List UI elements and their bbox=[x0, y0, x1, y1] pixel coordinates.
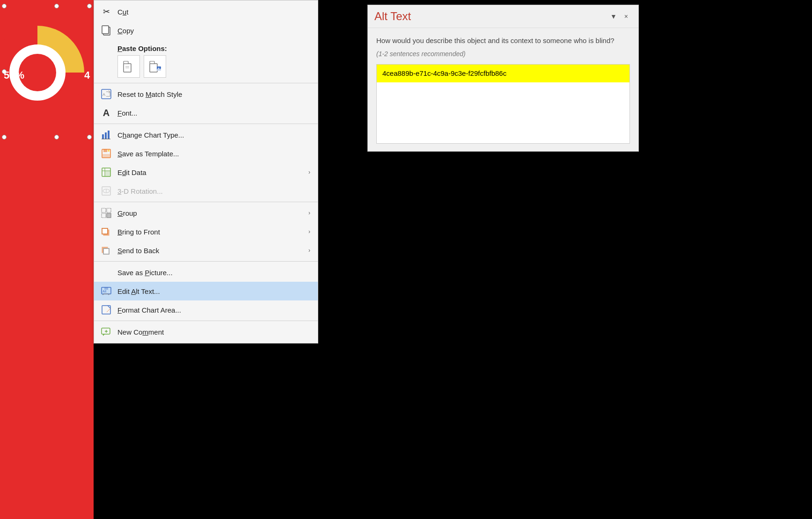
percent-label: 51% bbox=[4, 69, 24, 81]
svg-rect-16 bbox=[108, 131, 110, 139]
handle-bottom-left[interactable] bbox=[2, 135, 7, 139]
svg-rect-3 bbox=[102, 26, 109, 34]
menu-item-save-template-label: Save as Template... bbox=[117, 150, 310, 158]
menu-item-cut-label: Cut bbox=[117, 8, 310, 16]
send-back-icon bbox=[100, 244, 113, 257]
svg-rect-5 bbox=[124, 61, 128, 64]
svg-rect-14 bbox=[102, 134, 104, 139]
menu-item-edit-data-label: Edit Data bbox=[117, 168, 308, 176]
separator-2 bbox=[94, 124, 318, 124]
svg-text:A: A bbox=[102, 92, 105, 97]
change-chart-icon bbox=[100, 128, 113, 141]
menu-item-font[interactable]: A Font... bbox=[94, 103, 318, 122]
alt-text-value: 4cea889b-e71c-4c9a-9c3e-f29fcfbfb86c bbox=[382, 69, 506, 77]
svg-rect-15 bbox=[105, 132, 107, 139]
chart-area: 51% 4 bbox=[0, 0, 94, 519]
svg-rect-31 bbox=[102, 213, 106, 218]
reset-icon: A bbox=[100, 88, 113, 101]
3d-rotation-icon bbox=[100, 184, 113, 197]
menu-item-send-back[interactable]: Send to Back › bbox=[94, 241, 318, 260]
menu-item-save-picture[interactable]: Save as Picture... bbox=[94, 263, 318, 282]
separator-5 bbox=[94, 321, 318, 321]
svg-rect-29 bbox=[102, 208, 106, 212]
chart-value-label: 4 bbox=[84, 69, 90, 81]
svg-rect-20 bbox=[102, 154, 110, 157]
svg-rect-19 bbox=[103, 149, 107, 152]
handle-bottom-center[interactable] bbox=[54, 135, 59, 139]
save-picture-icon bbox=[100, 266, 113, 279]
edit-data-icon bbox=[100, 166, 113, 179]
handle-bottom-right[interactable] bbox=[87, 135, 92, 139]
menu-item-send-back-label: Send to Back bbox=[117, 247, 308, 255]
group-icon bbox=[100, 206, 113, 219]
menu-item-reset[interactable]: A Reset to Match Style bbox=[94, 85, 318, 103]
edit-alt-icon: Alt bbox=[100, 285, 113, 298]
new-comment-icon bbox=[100, 325, 113, 338]
alt-text-panel: Alt Text ▼ × How would you describe this… bbox=[367, 5, 639, 152]
alt-text-textarea-container: 4cea889b-e71c-4c9a-9c3e-f29fcfbfb86c bbox=[376, 64, 630, 144]
paste-button-1[interactable] bbox=[117, 55, 140, 78]
menu-item-edit-alt-label: Edit Alt Text... bbox=[117, 287, 310, 295]
menu-item-edit-data[interactable]: Edit Data › bbox=[94, 163, 318, 182]
svg-rect-30 bbox=[107, 208, 111, 212]
svg-rect-8 bbox=[150, 64, 157, 72]
bring-front-arrow: › bbox=[308, 228, 310, 235]
alt-text-description: How would you describe this object and i… bbox=[376, 36, 630, 45]
alt-text-header: Alt Text ▼ × bbox=[368, 5, 638, 28]
menu-item-bring-front[interactable]: Bring to Front › bbox=[94, 222, 318, 241]
paste-options-label: Paste Options: bbox=[94, 42, 318, 53]
menu-item-group-label: Group bbox=[117, 209, 308, 217]
svg-rect-37 bbox=[103, 249, 109, 254]
handle-top-center[interactable] bbox=[54, 4, 59, 8]
edit-data-arrow: › bbox=[308, 169, 310, 175]
menu-item-3d-rotation[interactable]: 3-D Rotation... bbox=[94, 182, 318, 200]
format-chart-icon bbox=[100, 303, 113, 316]
bring-front-icon bbox=[100, 225, 113, 238]
svg-rect-32 bbox=[107, 213, 111, 218]
alt-text-close-button[interactable]: × bbox=[621, 11, 632, 22]
context-menu: ✂ Cut Copy Paste Options: bbox=[94, 0, 318, 344]
menu-item-group[interactable]: Group › bbox=[94, 204, 318, 222]
send-back-arrow: › bbox=[308, 247, 310, 254]
font-icon: A bbox=[100, 106, 113, 119]
copy-icon bbox=[100, 24, 113, 37]
menu-item-copy-label: Copy bbox=[117, 27, 310, 35]
group-arrow: › bbox=[308, 210, 310, 216]
menu-item-bring-front-label: Bring to Front bbox=[117, 228, 308, 236]
paste-options-section: Paste Options: bbox=[94, 40, 318, 81]
menu-item-new-comment[interactable]: New Comment bbox=[94, 322, 318, 341]
menu-item-copy[interactable]: Copy bbox=[94, 21, 318, 40]
menu-item-3d-rotation-label: 3-D Rotation... bbox=[117, 187, 310, 195]
svg-marker-47 bbox=[103, 334, 105, 336]
menu-item-change-chart-label: Change Chart Type... bbox=[117, 131, 310, 139]
svg-rect-25 bbox=[105, 171, 110, 176]
save-template-icon bbox=[100, 147, 113, 160]
menu-item-change-chart[interactable]: Change Chart Type... bbox=[94, 125, 318, 144]
menu-item-cut[interactable]: ✂ Cut bbox=[94, 2, 318, 21]
menu-item-edit-alt[interactable]: Alt Edit Alt Text... bbox=[94, 282, 318, 300]
menu-item-save-template[interactable]: Save as Template... bbox=[94, 144, 318, 163]
separator-4 bbox=[94, 261, 318, 262]
separator-3 bbox=[94, 202, 318, 202]
handle-top-left[interactable] bbox=[2, 4, 7, 8]
handle-top-right[interactable] bbox=[87, 4, 92, 8]
paste-options-row bbox=[94, 53, 318, 81]
menu-item-font-label: Font... bbox=[117, 109, 310, 117]
menu-item-format-chart-label: Format Chart Area... bbox=[117, 306, 310, 314]
separator-1 bbox=[94, 83, 318, 83]
menu-item-save-picture-label: Save as Picture... bbox=[117, 269, 310, 277]
alt-text-dropdown-button[interactable]: ▼ bbox=[607, 11, 621, 22]
menu-item-new-comment-label: New Comment bbox=[117, 328, 310, 336]
paste-button-2[interactable] bbox=[144, 55, 166, 78]
menu-item-format-chart[interactable]: Format Chart Area... bbox=[94, 300, 318, 319]
alt-text-title: Alt Text bbox=[374, 10, 607, 23]
alt-text-value-highlighted: 4cea889b-e71c-4c9a-9c3e-f29fcfbfb86c bbox=[377, 65, 629, 82]
cut-icon: ✂ bbox=[100, 5, 113, 18]
svg-rect-9 bbox=[150, 61, 154, 64]
alt-text-body: How would you describe this object and i… bbox=[368, 28, 638, 151]
menu-item-reset-label: Reset to Match Style bbox=[117, 90, 310, 98]
svg-text:Alt: Alt bbox=[102, 290, 106, 293]
svg-rect-21 bbox=[108, 150, 110, 152]
alt-text-hint: (1-2 sentences recommended) bbox=[376, 50, 630, 58]
svg-rect-34 bbox=[102, 228, 108, 234]
